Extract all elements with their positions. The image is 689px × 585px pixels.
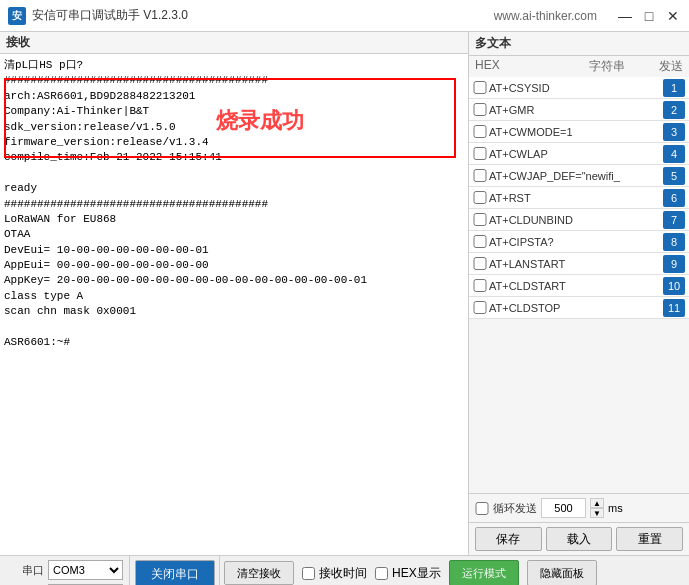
load-btn[interactable]: 载入 [546,527,613,551]
loop-send-checkbox[interactable] [475,502,489,515]
loop-send-label: 循环发送 [493,501,537,516]
macro-checkbox-10[interactable] [473,301,487,314]
right-panel: 多文本 HEX 字符串 发送 AT+CSYSID 1 AT+GMR 2 AT+C… [469,32,689,555]
macro-cmd-8: AT+LANSTART [489,258,663,270]
loop-ms-label: ms [608,502,623,514]
macro-checkbox-1[interactable] [473,103,487,116]
hex-display-check[interactable]: HEX显示 [375,565,441,582]
close-port-btn[interactable]: 关闭串口 [135,560,215,585]
macro-item: AT+CWLAP 4 [469,143,689,165]
macro-checkbox-3[interactable] [473,147,487,160]
recv-textarea[interactable] [0,54,468,555]
spin-down-btn[interactable]: ▼ [590,508,604,518]
app-title: 安信可串口调试助手 V1.2.3.0 [32,7,494,24]
macro-item: AT+CIPSTA? 8 [469,231,689,253]
port-select[interactable]: COM3 [48,560,123,580]
app-url: www.ai-thinker.com [494,9,597,23]
action-btns: 保存 载入 重置 [469,522,689,555]
send-area: 清空接收 接收时间 HEX显示 运行模式 隐藏面板 自动执行 下载模式 显示历史 [220,556,689,585]
macro-cmd-3: AT+CWLAP [489,148,663,160]
config-panel: 串口 COM3 波特率 9600 数据位 8 校验位 None 停止位 [0,556,130,585]
macro-checkbox-5[interactable] [473,191,487,204]
mid-ctrl: 关闭串口 保存接收 [130,556,220,585]
recv-area-wrapper: 烧录成功 [0,54,468,555]
app-logo: 安 [8,7,26,25]
hex-display-checkbox[interactable] [375,567,388,580]
controls-area: 串口 COM3 波特率 9600 数据位 8 校验位 None 停止位 [0,555,689,585]
macro-cmd-1: AT+GMR [489,104,663,116]
reset-btn[interactable]: 重置 [616,527,683,551]
macro-cmd-6: AT+CLDUNBIND [489,214,663,226]
clear-recv-btn[interactable]: 清空接收 [224,561,294,585]
macro-checkbox-7[interactable] [473,235,487,248]
recv-label: 接收 [0,32,468,54]
col-headers: HEX 字符串 发送 [469,56,689,77]
macro-num-0[interactable]: 1 [663,79,685,97]
macro-item: AT+CWJAP_DEF="newifi_ 5 [469,165,689,187]
macro-num-2[interactable]: 3 [663,123,685,141]
macro-item: AT+CLDUNBIND 7 [469,209,689,231]
send-row1: 清空接收 接收时间 HEX显示 运行模式 隐藏面板 [224,560,685,585]
macro-item: AT+CSYSID 1 [469,77,689,99]
close-button[interactable]: ✕ [665,8,681,24]
macro-checkbox-6[interactable] [473,213,487,226]
loop-send-area: 循环发送 ▲ ▼ ms [469,493,689,522]
macro-cmd-2: AT+CWMODE=1 [489,126,663,138]
macro-item: AT+CWMODE=1 3 [469,121,689,143]
macro-item: AT+LANSTART 9 [469,253,689,275]
left-panel: 接收 烧录成功 [0,32,469,555]
macro-num-4[interactable]: 5 [663,167,685,185]
recv-time-check[interactable]: 接收时间 [302,565,367,582]
save-btn[interactable]: 保存 [475,527,542,551]
macro-item: AT+GMR 2 [469,99,689,121]
title-bar: 安 安信可串口调试助手 V1.2.3.0 www.ai-thinker.com … [0,0,689,32]
macro-item: AT+CLDSTART 10 [469,275,689,297]
minimize-button[interactable]: — [617,8,633,24]
macro-cmd-7: AT+CIPSTA? [489,236,663,248]
macro-cmd-4: AT+CWJAP_DEF="newifi_ [489,170,663,182]
col-str-label: 字符串 [589,58,659,75]
port-row: 串口 COM3 [6,560,123,580]
recv-time-checkbox[interactable] [302,567,315,580]
multi-text-title: 多文本 [475,35,511,52]
port-label: 串口 [6,563,44,578]
loop-interval-input[interactable] [541,498,586,518]
spin-up-btn[interactable]: ▲ [590,498,604,508]
window-controls: — □ ✕ [617,8,681,24]
hide-panel-btn[interactable]: 隐藏面板 [527,560,597,585]
macro-item: AT+RST 6 [469,187,689,209]
macro-num-3[interactable]: 4 [663,145,685,163]
macro-checkbox-8[interactable] [473,257,487,270]
col-hex-label: HEX [475,58,589,75]
macro-num-8[interactable]: 9 [663,255,685,273]
loop-spin: ▲ ▼ [590,498,604,518]
macro-num-6[interactable]: 7 [663,211,685,229]
macro-checkbox-2[interactable] [473,125,487,138]
macro-cmd-5: AT+RST [489,192,663,204]
macro-list: AT+CSYSID 1 AT+GMR 2 AT+CWMODE=1 3 AT+CW… [469,77,689,493]
macro-cmd-9: AT+CLDSTART [489,280,663,292]
macro-num-5[interactable]: 6 [663,189,685,207]
maximize-button[interactable]: □ [641,8,657,24]
macro-num-10[interactable]: 11 [663,299,685,317]
macro-cmd-0: AT+CSYSID [489,82,663,94]
macro-checkbox-0[interactable] [473,81,487,94]
macro-item: AT+CLDSTOP 11 [469,297,689,319]
run-mode-btn[interactable]: 运行模式 [449,560,519,585]
macro-checkbox-9[interactable] [473,279,487,292]
macro-num-9[interactable]: 10 [663,277,685,295]
multi-text-header: 多文本 [469,32,689,56]
main-area: 接收 烧录成功 多文本 HEX 字符串 发送 AT+CSYSID 1 AT+GM… [0,32,689,555]
macro-num-7[interactable]: 8 [663,233,685,251]
col-send-label: 发送 [659,58,683,75]
macro-checkbox-4[interactable] [473,169,487,182]
macro-num-1[interactable]: 2 [663,101,685,119]
macro-cmd-10: AT+CLDSTOP [489,302,663,314]
